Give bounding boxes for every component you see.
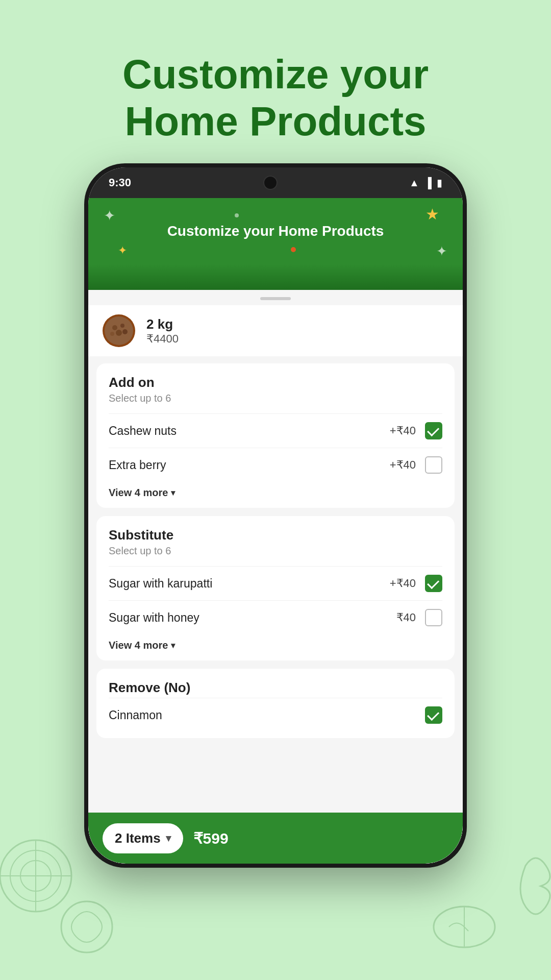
battery-icon: ▮ (437, 177, 442, 189)
svg-point-1 (10, 850, 61, 901)
remove-title: Remove (No) (109, 680, 442, 696)
product-image-bar (88, 264, 463, 290)
svg-point-12 (110, 332, 114, 336)
svg-point-9 (112, 325, 117, 330)
substitute-item-1-label: Sugar with honey (109, 611, 199, 625)
addon-section: Add on Select up to 6 Cashew nuts +₹40 E… (96, 363, 455, 508)
product-info: 2 kg ₹4400 (146, 316, 179, 346)
substitute-title: Substitute (109, 527, 442, 543)
bottom-sheet[interactable]: 2 kg ₹4400 Add on Select up to 6 Cashew … (88, 290, 463, 864)
product-price: ₹4400 (146, 332, 179, 346)
product-icon (103, 314, 135, 347)
substitute-item-1-price: ₹40 (396, 611, 416, 624)
remove-item-0-checkbox[interactable] (425, 706, 442, 724)
addon-item-0-label: Cashew nuts (109, 424, 177, 438)
svg-point-10 (120, 324, 124, 328)
addon-item-1-label: Extra berry (109, 458, 166, 472)
svg-point-6 (434, 906, 495, 947)
remove-section: Remove (No) Cinnamon (96, 669, 455, 738)
camera-notch (263, 176, 278, 190)
substitute-item-0-checkbox[interactable] (425, 575, 442, 592)
addon-item-0[interactable]: Cashew nuts +₹40 (109, 413, 442, 448)
svg-point-13 (122, 329, 128, 334)
substitute-item-0-label: Sugar with karupatti (109, 577, 212, 591)
sheet-handle (260, 297, 291, 300)
header-dot-2 (291, 247, 296, 252)
items-dropdown[interactable]: 2 Items ▾ (103, 823, 183, 853)
substitute-item-1-right: ₹40 (396, 609, 442, 626)
substitute-section: Substitute Select up to 6 Sugar with kar… (96, 516, 455, 660)
status-bar: 9:30 ▲ ▐ ▮ (88, 167, 463, 198)
addon-view-more[interactable]: View 4 more ▾ (109, 482, 442, 502)
addon-item-0-price: +₹40 (390, 424, 416, 437)
addon-subtitle: Select up to 6 (109, 393, 442, 404)
remove-item-0-label: Cinnamon (109, 708, 162, 722)
phone-screen: 9:30 ▲ ▐ ▮ ✦ ★ ✦ ✦ Customize your Home P… (88, 167, 463, 864)
chevron-down-icon-items: ▾ (166, 832, 171, 844)
page-headline: Customize your Home Products (0, 51, 551, 145)
substitute-item-0-right: +₹40 (390, 575, 442, 592)
addon-item-1-price: +₹40 (390, 458, 416, 472)
chevron-down-icon-substitute: ▾ (171, 641, 175, 650)
addon-item-1[interactable]: Extra berry +₹40 (109, 448, 442, 482)
substitute-item-1-checkbox[interactable] (425, 609, 442, 626)
header-dot-1 (235, 213, 239, 217)
wifi-icon: ▐ (424, 177, 432, 189)
chevron-down-icon-addon: ▾ (171, 488, 175, 498)
sparkle-icon-1: ✦ (104, 207, 115, 224)
product-weight: 2 kg (146, 316, 179, 332)
svg-point-2 (20, 861, 51, 891)
signal-icon: ▲ (409, 177, 419, 189)
substitute-subtitle: Select up to 6 (109, 545, 442, 557)
remove-item-0-right (425, 706, 442, 724)
bottom-bar: 2 Items ▾ ₹599 (88, 813, 463, 864)
substitute-item-0-price: +₹40 (390, 577, 416, 590)
addon-item-1-checkbox[interactable] (425, 456, 442, 474)
svg-point-11 (116, 330, 122, 336)
svg-point-0 (0, 840, 71, 912)
sparkle-icon-2: ✦ (118, 244, 127, 257)
total-price: ₹599 (193, 829, 229, 847)
status-time: 9:30 (109, 176, 131, 189)
remove-item-0[interactable]: Cinnamon (109, 698, 442, 732)
product-item-row: 2 kg ₹4400 (88, 305, 463, 356)
app-header-title: Customize your Home Products (167, 223, 384, 239)
phone-mockup: 9:30 ▲ ▐ ▮ ✦ ★ ✦ ✦ Customize your Home P… (84, 163, 467, 868)
svg-point-5 (61, 901, 112, 952)
addon-title: Add on (109, 375, 442, 390)
addon-item-1-right: +₹40 (390, 456, 442, 474)
substitute-view-more[interactable]: View 4 more ▾ (109, 634, 442, 654)
substitute-item-1[interactable]: Sugar with honey ₹40 (109, 600, 442, 634)
app-header: ✦ ★ ✦ ✦ Customize your Home Products (88, 198, 463, 264)
items-count-label: 2 Items (115, 830, 161, 846)
addon-item-0-right: +₹40 (390, 422, 442, 439)
substitute-item-0[interactable]: Sugar with karupatti +₹40 (109, 566, 442, 600)
addon-item-0-checkbox[interactable] (425, 422, 442, 439)
star-icon-1: ★ (425, 205, 439, 223)
status-icons: ▲ ▐ ▮ (409, 177, 442, 189)
sparkle-icon-3: ✦ (436, 243, 447, 259)
